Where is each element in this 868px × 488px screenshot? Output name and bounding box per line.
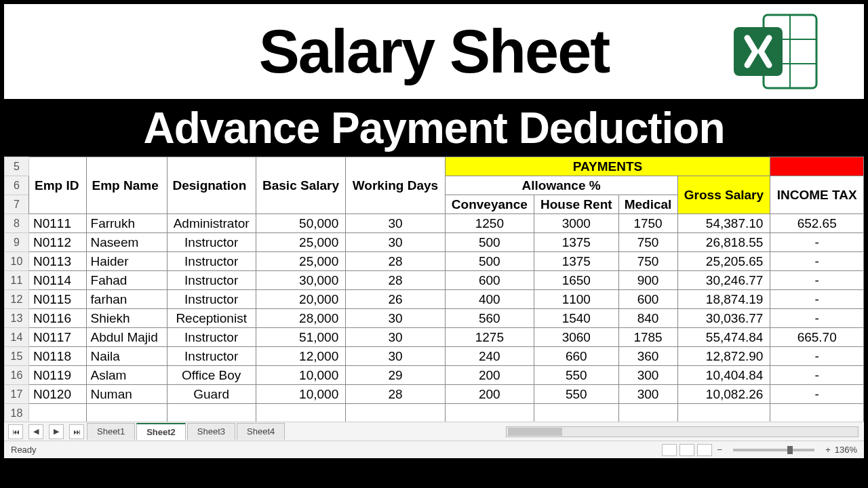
table-row[interactable]: 8N0111FarrukhAdministrator50,00030125030… [5,214,864,233]
cell-medical[interactable]: 600 [618,290,677,309]
row-header[interactable]: 11 [5,271,29,290]
cell-medical[interactable]: 360 [618,347,677,366]
cell-working-days[interactable]: 29 [346,366,445,385]
cell-gross-salary[interactable]: 30,036.77 [677,309,770,328]
col-working-days[interactable]: Working Days [346,157,445,214]
cell-basic-salary[interactable]: 10,000 [256,366,345,385]
cell-emp-id[interactable]: N0111 [29,214,87,233]
table-row[interactable]: 14N0117Abdul MajidInstructor51,000301275… [5,328,864,347]
view-page-layout-button[interactable] [679,444,694,456]
cell-conveyance[interactable]: 560 [445,309,534,328]
cell-house-rent[interactable]: 1375 [534,252,619,271]
cell-conveyance[interactable]: 1250 [445,214,534,233]
cell-working-days[interactable]: 28 [346,271,445,290]
cell-house-rent[interactable]: 550 [534,385,619,404]
table-row[interactable]: 16N0119AslamOffice Boy10,000292005503001… [5,366,864,385]
cell-emp-id[interactable]: N0112 [29,233,87,252]
tab-nav-prev[interactable]: ◀ [28,424,43,439]
table-row[interactable]: 12N0115farhanInstructor20,00026400110060… [5,290,864,309]
cell-emp-id[interactable]: N0113 [29,252,87,271]
cell-gross-salary[interactable]: 12,872.90 [677,347,770,366]
cell-emp-id[interactable]: N0118 [29,347,87,366]
cell-basic-salary[interactable]: 12,000 [256,347,345,366]
col-house-rent[interactable]: House Rent [534,195,619,214]
cell-working-days[interactable]: 30 [346,309,445,328]
cell-emp-id[interactable]: N0117 [29,328,87,347]
cell-basic-salary[interactable]: 28,000 [256,309,345,328]
cell-emp-name[interactable]: Numan [86,385,167,404]
col-gross-salary[interactable]: Gross Salary [677,176,770,214]
zoom-out-button[interactable]: − [717,445,723,455]
cell-medical[interactable]: 840 [618,309,677,328]
sheet-tab[interactable]: Sheet4 [237,423,285,440]
cell-conveyance[interactable]: 200 [445,385,534,404]
cell-emp-name[interactable]: Abdul Majid [86,328,167,347]
col-income-tax[interactable]: INCOME TAX [770,176,864,214]
tab-nav-next[interactable]: ▶ [49,424,64,439]
cell-designation[interactable]: Instructor [167,328,256,347]
row-header[interactable]: 10 [5,252,29,271]
row-header[interactable]: 8 [5,214,29,233]
row-header[interactable]: 5 [5,157,29,176]
row-header[interactable]: 13 [5,309,29,328]
cell-medical[interactable]: 750 [618,252,677,271]
cell-working-days[interactable]: 28 [346,252,445,271]
sheet-tab[interactable]: Sheet3 [187,423,235,440]
cell-gross-salary[interactable]: 55,474.84 [677,328,770,347]
zoom-slider[interactable] [733,449,814,451]
cell-income-tax[interactable]: 665.70 [770,328,864,347]
cell-medical[interactable]: 750 [618,233,677,252]
cell-emp-name[interactable]: Haider [86,252,167,271]
cell-house-rent[interactable]: 660 [534,347,619,366]
cell-working-days[interactable]: 30 [346,347,445,366]
cell-emp-id[interactable]: N0116 [29,309,87,328]
row-header[interactable]: 14 [5,328,29,347]
cell-emp-name[interactable]: Shiekh [86,309,167,328]
cell-basic-salary[interactable]: 30,000 [256,271,345,290]
cell-emp-name[interactable]: farhan [86,290,167,309]
cell-designation[interactable]: Instructor [167,290,256,309]
cell-gross-salary[interactable]: 26,818.55 [677,233,770,252]
cell-house-rent[interactable]: 3000 [534,214,619,233]
cell-emp-name[interactable]: Fahad [86,271,167,290]
cell-basic-salary[interactable]: 20,000 [256,290,345,309]
cell-designation[interactable]: Instructor [167,233,256,252]
table-row[interactable]: 13N0116ShiekhReceptionist28,000305601540… [5,309,864,328]
view-page-break-button[interactable] [697,444,712,456]
cell-gross-salary[interactable]: 54,387.10 [677,214,770,233]
table-row[interactable]: 10N0113HaiderInstructor25,00028500137575… [5,252,864,271]
row-header[interactable]: 9 [5,233,29,252]
cell-medical[interactable]: 1785 [618,328,677,347]
cell-conveyance[interactable]: 500 [445,233,534,252]
sheet-tab[interactable]: Sheet1 [87,423,135,440]
row-header[interactable]: 12 [5,290,29,309]
cell-working-days[interactable]: 28 [346,385,445,404]
cell-income-tax[interactable]: - [770,290,864,309]
cell-income-tax[interactable]: - [770,347,864,366]
cell-income-tax[interactable]: 652.65 [770,214,864,233]
zoom-in-button[interactable]: + [825,445,831,455]
cell-income-tax[interactable]: - [770,366,864,385]
table-row[interactable]: 9N0112NaseemInstructor25,000305001375750… [5,233,864,252]
cell-gross-salary[interactable]: 30,246.77 [677,271,770,290]
col-emp-id[interactable]: Emp ID [29,157,87,214]
cell-working-days[interactable]: 30 [346,233,445,252]
cell-house-rent[interactable]: 1375 [534,233,619,252]
cell-income-tax[interactable]: - [770,233,864,252]
cell-gross-salary[interactable]: 25,205.65 [677,252,770,271]
cell-medical[interactable]: 1750 [618,214,677,233]
cell-medical[interactable]: 900 [618,271,677,290]
col-emp-name[interactable]: Emp Name [86,157,167,214]
cell-designation[interactable]: Guard [167,385,256,404]
table-row[interactable]: 15N0118NailaInstructor12,000302406603601… [5,347,864,366]
row-header[interactable]: 7 [5,195,29,214]
cell-designation[interactable]: Administrator [167,214,256,233]
tab-nav-last[interactable]: ⏭ [69,424,84,439]
cell-emp-name[interactable]: Naila [86,347,167,366]
cell-working-days[interactable]: 30 [346,214,445,233]
cell-emp-id[interactable]: N0119 [29,366,87,385]
cell-house-rent[interactable]: 1100 [534,290,619,309]
table-row[interactable]: 11N0114FahadInstructor30,000286001650900… [5,271,864,290]
col-conveyance[interactable]: Conveyance [445,195,534,214]
deduction-header-red[interactable] [770,157,864,176]
